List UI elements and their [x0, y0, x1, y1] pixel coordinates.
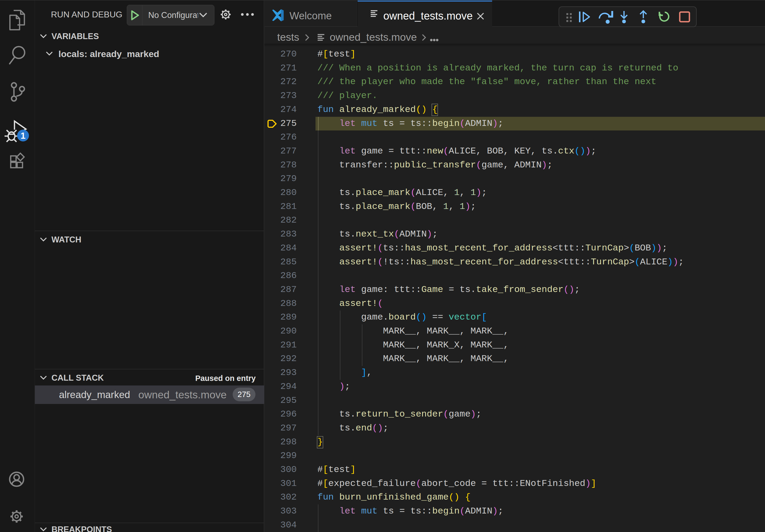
- svg-text:1: 1: [21, 131, 25, 140]
